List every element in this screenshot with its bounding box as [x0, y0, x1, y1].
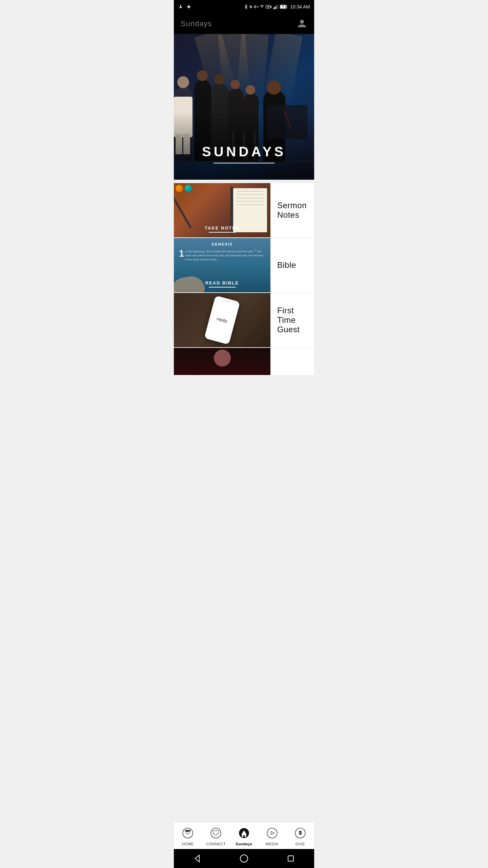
mute-icon	[253, 4, 258, 9]
signal-icon	[273, 4, 279, 9]
media-nav-label: MEDIA	[266, 842, 278, 846]
guest-image: Hello	[174, 293, 270, 347]
list-item[interactable]: GENESIS 1 In the beginning, God created …	[174, 238, 314, 292]
usb-icon	[178, 4, 183, 9]
guest-bg: Hello	[174, 293, 270, 347]
notebook-line-4	[237, 201, 264, 202]
svg-rect-14	[276, 5, 277, 9]
svg-marker-4	[254, 5, 256, 8]
bible-image: GENESIS 1 In the beginning, God created …	[174, 238, 270, 292]
phone-screen-text: Hello	[216, 316, 228, 324]
person-1-head	[177, 76, 189, 88]
sundays-nav-icon	[237, 826, 251, 841]
android-recents-button[interactable]	[282, 850, 299, 867]
bible-text-overlay: GENESIS 1 In the beginning, God created …	[177, 241, 267, 262]
list-item[interactable]	[174, 348, 314, 375]
sermon-notes-image: TAKE NOTES	[174, 183, 270, 237]
partial-image	[174, 348, 270, 375]
nav-item-sundays[interactable]: Sundays	[230, 822, 258, 849]
svg-point-28	[267, 828, 277, 838]
genesis-text: 1 In the beginning, God created the heav…	[177, 249, 267, 262]
svg-point-1	[181, 7, 182, 8]
svg-marker-29	[271, 831, 274, 835]
preacher-head	[267, 80, 281, 95]
sermon-notes-title: Sermon Notes	[277, 201, 307, 220]
status-bar: N	[174, 0, 314, 14]
svg-marker-32	[195, 855, 199, 862]
profile-button[interactable]	[297, 18, 307, 29]
svg-point-33	[240, 855, 248, 862]
person-4-head	[230, 80, 240, 89]
notebook-line-2	[237, 194, 264, 195]
sundays-nav-label: Sundays	[236, 842, 252, 846]
svg-text:NEW: NEW	[185, 829, 191, 832]
time-display: 10:34 AM	[290, 4, 310, 9]
profile-icon	[297, 19, 307, 28]
home-nav-icon: NEW	[180, 826, 195, 841]
sermon-notes-label: TAKE NOTES	[174, 225, 270, 231]
android-nav	[174, 849, 314, 868]
partial-bg	[174, 348, 270, 375]
home-circle-icon	[239, 854, 249, 863]
battery-icon	[280, 4, 287, 9]
back-arrow-icon	[192, 854, 202, 863]
svg-point-3	[188, 6, 190, 8]
hero-title: SUNDAYS	[202, 144, 286, 159]
svg-point-21	[211, 828, 221, 838]
guest-title: First Time Guest	[277, 306, 307, 334]
nav-item-media[interactable]: MEDIA	[258, 822, 286, 849]
play-icon	[266, 827, 278, 839]
svg-point-0	[179, 7, 180, 8]
heart-icon	[210, 827, 222, 839]
svg-rect-26	[243, 835, 245, 837]
bible-label: READ BIBLE	[174, 280, 270, 285]
notebook-line-1	[237, 191, 264, 192]
person-3-head	[214, 74, 224, 84]
status-left-icons	[178, 4, 191, 9]
pen-visual	[174, 195, 192, 229]
nav-item-home[interactable]: NEW HOME	[174, 822, 202, 849]
svg-rect-15	[278, 5, 278, 9]
svg-rect-8	[270, 6, 271, 8]
android-home-button[interactable]	[236, 850, 252, 867]
bible-content: Bible	[270, 238, 314, 292]
bottom-nav: NEW HOME CONNECT	[174, 822, 314, 849]
sermon-notes-underline	[209, 232, 236, 233]
connect-nav-icon	[208, 826, 223, 841]
page-title: Sundays	[181, 19, 212, 28]
person-2-head	[197, 70, 208, 81]
new-badge-icon: NEW	[182, 827, 194, 839]
sermon-notes-content: Sermon Notes	[270, 183, 314, 237]
svg-rect-12	[274, 7, 275, 9]
android-back-button[interactable]	[189, 850, 206, 867]
header: Sundays	[174, 14, 314, 34]
give-nav-label: GIVE	[295, 842, 305, 846]
notebook-line-5	[237, 204, 264, 205]
content-list: TAKE NOTES Sermon Notes GENESIS 1 In the…	[174, 180, 314, 379]
guest-content: First Time Guest	[270, 293, 314, 347]
bible-title: Bible	[277, 260, 296, 270]
give-nav-icon: $	[293, 826, 308, 841]
svg-text:$: $	[299, 830, 301, 835]
person-5-head	[246, 85, 255, 95]
home-nav-label: HOME	[182, 842, 194, 846]
teal-balloon	[185, 185, 192, 192]
list-item[interactable]: TAKE NOTES Sermon Notes	[174, 183, 314, 237]
list-item[interactable]: Hello First Time Guest	[174, 293, 314, 347]
verse-number: 1	[179, 249, 184, 258]
media-nav-icon	[265, 826, 280, 841]
nav-item-give[interactable]: $ GIVE	[286, 822, 314, 849]
svg-rect-17	[286, 6, 287, 7]
nav-item-connect[interactable]: CONNECT	[202, 822, 230, 849]
balloon-decor	[176, 185, 192, 192]
genesis-title: GENESIS	[177, 241, 267, 248]
partial-content	[270, 348, 314, 375]
svg-rect-11	[273, 8, 274, 9]
phone-visual: Hello	[204, 296, 240, 345]
svg-rect-34	[288, 856, 293, 861]
phone-notch	[224, 300, 230, 302]
nfc-icon: N	[250, 5, 252, 9]
bible-underline	[209, 287, 236, 288]
svg-rect-2	[180, 5, 181, 8]
notebook-line-3	[237, 198, 264, 198]
